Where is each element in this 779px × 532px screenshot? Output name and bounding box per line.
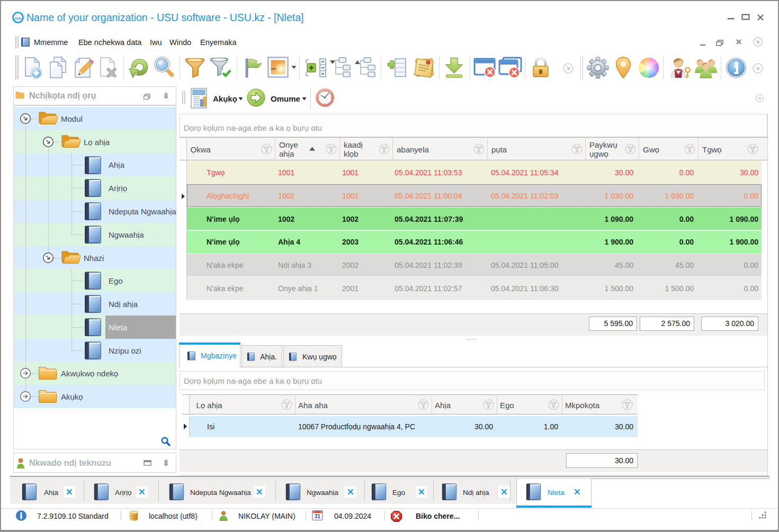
svg-text:31: 31 [315, 513, 321, 519]
svg-text:usu: usu [14, 16, 22, 21]
